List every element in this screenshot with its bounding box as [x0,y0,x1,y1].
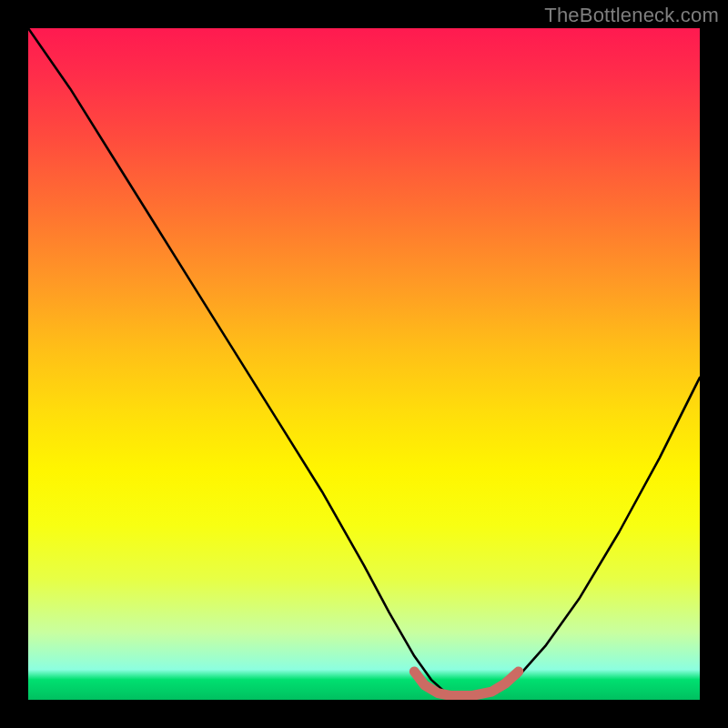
watermark-text: TheBottleneck.com [544,4,719,27]
optimal-range-marker [28,28,700,700]
chart-area [28,28,700,700]
